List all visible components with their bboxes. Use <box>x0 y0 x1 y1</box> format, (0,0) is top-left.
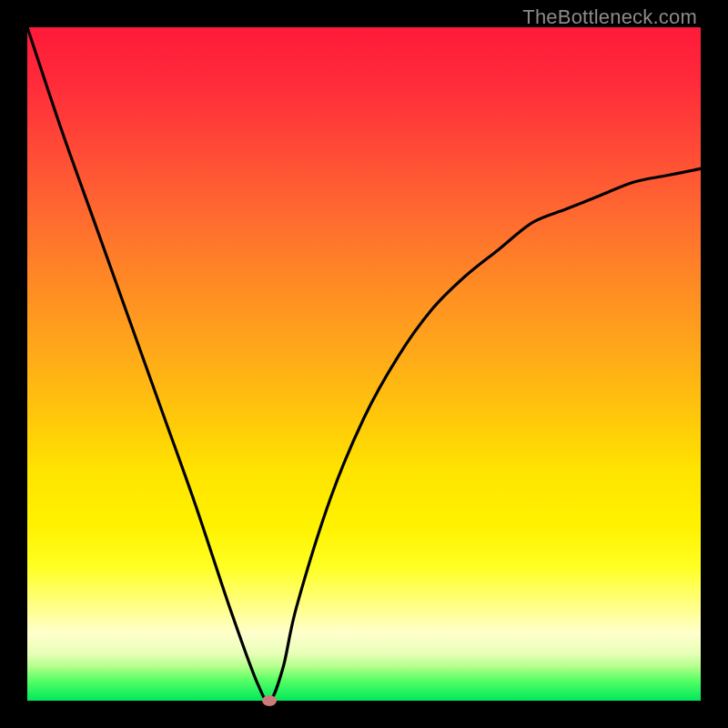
plot-area <box>27 27 701 701</box>
min-point-dot <box>262 695 277 706</box>
watermark-text: TheBottleneck.com <box>522 5 697 29</box>
chart-frame: TheBottleneck.com <box>0 0 728 728</box>
bottleneck-curve <box>27 27 701 701</box>
curve-svg <box>27 27 701 701</box>
